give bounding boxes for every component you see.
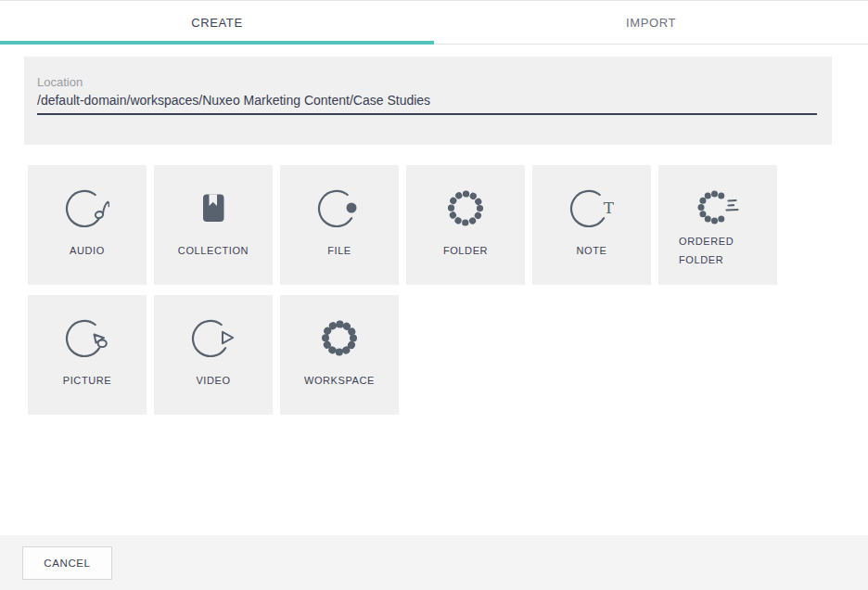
tile-workspace[interactable]: WORKSPACE [280, 295, 399, 415]
tile-picture-label: PICTURE [63, 371, 111, 390]
tile-ordered-folder[interactable]: ORDERED FOLDER [658, 165, 777, 285]
tile-audio-label: AUDIO [70, 241, 105, 260]
tile-note-label: NOTE [577, 241, 607, 260]
tab-import[interactable]: IMPORT [434, 1, 868, 44]
tile-ordered-folder-label: ORDERED FOLDER [679, 232, 757, 269]
note-icon: T [569, 186, 614, 230]
tile-collection-label: COLLECTION [178, 241, 249, 260]
tile-workspace-label: WORKSPACE [304, 371, 375, 390]
tile-picture[interactable]: PICTURE [28, 295, 147, 415]
audio-icon [65, 186, 109, 230]
svg-text:T: T [604, 199, 614, 217]
tab-bar: CREATE IMPORT [0, 1, 868, 45]
tab-create[interactable]: CREATE [0, 1, 434, 44]
ordered-folder-icon [696, 186, 740, 230]
footer-bar: CANCEL [0, 535, 868, 590]
cancel-button[interactable]: CANCEL [22, 546, 112, 580]
tile-collection[interactable]: COLLECTION [154, 165, 273, 285]
tile-file-label: FILE [327, 241, 351, 260]
tile-note[interactable]: T NOTE [532, 165, 651, 285]
tile-video[interactable]: VIDEO [154, 295, 273, 415]
tab-create-label: CREATE [191, 16, 242, 30]
tile-folder[interactable]: FOLDER [406, 165, 525, 285]
video-icon [191, 315, 236, 360]
tile-folder-label: FOLDER [443, 241, 488, 260]
picture-icon [65, 315, 109, 360]
tile-file[interactable]: FILE [280, 165, 399, 285]
workspace-icon [317, 315, 362, 360]
file-icon [317, 186, 362, 230]
location-panel: Location /default-domain/workspaces/Nuxe… [24, 57, 832, 145]
folder-icon [443, 186, 488, 230]
tab-import-label: IMPORT [626, 16, 676, 30]
doc-type-grid: AUDIO COLLECTION FILE FOLDER [28, 165, 785, 415]
tile-video-label: VIDEO [196, 371, 230, 390]
tile-audio[interactable]: AUDIO [28, 165, 147, 285]
location-input[interactable]: /default-domain/workspaces/Nuxeo Marketi… [37, 93, 817, 115]
location-label: Location [37, 75, 817, 89]
collection-icon [191, 186, 236, 230]
